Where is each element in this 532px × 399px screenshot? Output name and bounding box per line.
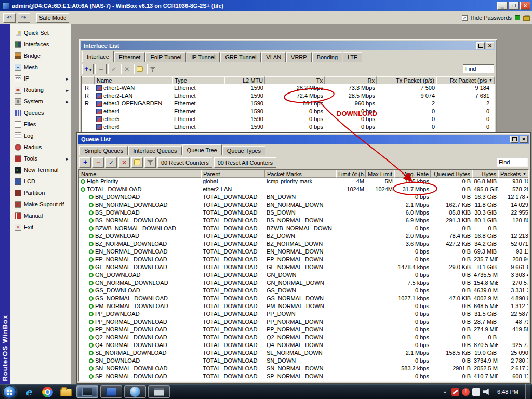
tx-packet-column-header[interactable]: Tx Packet (p/s) (377, 76, 436, 84)
queue-row[interactable]: High-Priority global icmp-priority-mark … (79, 178, 528, 185)
tx-column-header[interactable]: Tx (265, 76, 325, 84)
queue-row[interactable]: SN_DOWNLOAD TOTAL_DOWNLOAD SN_DOWN 0 bps… (79, 357, 528, 365)
rx-column-header[interactable]: Rx (325, 76, 377, 84)
tab-interface[interactable]: Interface (82, 51, 114, 62)
filter-button[interactable] (147, 64, 158, 74)
sidebar-item[interactable]: Make Supout.rif (10, 198, 71, 210)
interface-row[interactable]: R ether3-OPENGARDEN Ethernet 1590 864 bp… (82, 100, 495, 108)
restore-button[interactable] (510, 136, 518, 143)
sidebar-item[interactable]: Quick Set (10, 27, 71, 38)
reset-all-counters-button[interactable]: 00 Reset All Counters (214, 157, 276, 168)
column-selector-button[interactable] (487, 76, 495, 84)
queue-row[interactable]: EN_NORMAL_DOWNLOAD TOTAL_DOWNLOAD EN_NOR… (79, 248, 528, 256)
name-column-header[interactable]: Name (95, 76, 172, 84)
safe-mode-button[interactable]: Safe Mode (36, 13, 69, 23)
sidebar-item[interactable]: LCD (10, 176, 71, 187)
taskbar-app-button[interactable] (100, 385, 122, 398)
taskbar-app-button[interactable] (148, 385, 170, 398)
queue-row[interactable]: PM_NORMAL_DOWNLOAD TOTAL_DOWNLOAD PM_NOR… (79, 302, 528, 310)
queue-row[interactable]: Q2_NORMAL_DOWNLOAD TOTAL_DOWNLOAD Q2_NOR… (79, 334, 528, 341)
sidebar-item[interactable]: Log (10, 130, 71, 141)
packet-marks-column-header[interactable]: Packet Marks (265, 170, 336, 178)
restore-button[interactable] (476, 42, 485, 49)
main-titlebar[interactable]: admin@D4:CA:6D:E1:A0:6A (NAS-7) - WinBox… (0, 0, 532, 11)
tray-icon[interactable] (441, 388, 449, 396)
queue-row[interactable]: TOTAL_DOWNLOAD ether2-LAN 1024M 1024M 31… (79, 185, 528, 193)
queue-row[interactable]: GN_NORMAL_DOWNLOAD TOTAL_DOWNLOAD GN_NOR… (79, 279, 528, 287)
find-input[interactable]: Find (497, 158, 528, 167)
tab-vrrp[interactable]: VRRP (286, 52, 312, 62)
rx-packet-column-header[interactable]: Rx Packet (p/s) (436, 76, 491, 84)
name-column-header[interactable]: Name (79, 170, 201, 178)
sidebar-item[interactable]: System (10, 96, 71, 107)
sidebar-item[interactable]: Radius (10, 141, 71, 153)
tab-ip-tunnel[interactable]: IP Tunnel (187, 52, 220, 62)
sidebar-item[interactable]: Exit (10, 221, 71, 233)
sidebar-item[interactable]: Manual (10, 210, 71, 221)
comment-button[interactable] (134, 64, 145, 74)
filter-button[interactable] (144, 157, 156, 168)
add-button[interactable] (79, 157, 91, 168)
remove-button[interactable] (92, 157, 104, 168)
queue-row[interactable]: BN_DOWNLOAD TOTAL_DOWNLOAD BN_DOWN 0 bps… (79, 193, 528, 201)
parent-column-header[interactable]: Parent (201, 170, 265, 178)
queue-row[interactable]: BS_NORMAL_DOWNLOAD TOTAL_DOWNLOAD BS_NOR… (79, 217, 528, 224)
maximize-button[interactable]: ❒ (509, 2, 519, 10)
sidebar-item[interactable]: Files (10, 118, 71, 130)
queue-row[interactable]: EP_NORMAL_DOWNLOAD TOTAL_DOWNLOAD EP_NOR… (79, 256, 528, 263)
redo-button[interactable] (18, 13, 30, 23)
queue-row[interactable]: BZ_NORMAL_DOWNLOAD TOTAL_DOWNLOAD BZ_NOR… (79, 240, 528, 248)
tab-bonding[interactable]: Bonding (312, 52, 342, 62)
tray-icon[interactable] (462, 388, 470, 396)
remove-button[interactable] (95, 64, 107, 74)
queue-row[interactable]: GL_NORMAL_DOWNLOAD TOTAL_DOWNLOAD GL_NOR… (79, 263, 528, 271)
disable-button[interactable] (121, 64, 132, 74)
interface-window-titlebar[interactable]: Interface List (81, 41, 495, 50)
sidebar-item[interactable]: New Terminal (10, 164, 71, 176)
tab-vlan[interactable]: VLAN (261, 52, 286, 62)
queue-row[interactable]: GS_DOWNLOAD TOTAL_DOWNLOAD GS_DOWN 0 bps… (79, 287, 528, 295)
sidebar-item[interactable]: Partition (10, 187, 71, 198)
tab-queue-types[interactable]: Queue Types (222, 146, 265, 155)
bytes-column-header[interactable]: Bytes (472, 170, 498, 178)
tab-queue-tree[interactable]: Queue Tree (182, 144, 222, 155)
queue-row[interactable]: SN_NORMAL_DOWNLOAD TOTAL_DOWNLOAD SN_NOR… (79, 365, 528, 373)
queue-row[interactable]: PP_NORMAL_DOWNLOAD TOTAL_DOWNLOAD PP_NOR… (79, 326, 528, 334)
queue-row[interactable]: BN_NORMAL_DOWNLOAD TOTAL_DOWNLOAD BN_NOR… (79, 201, 528, 209)
tab-interface-queues[interactable]: Interface Queues (128, 146, 181, 155)
tray-icon[interactable] (451, 388, 459, 396)
tab-simple-queues[interactable]: Simple Queues (79, 146, 128, 155)
sidebar-item[interactable]: Routing (10, 84, 71, 96)
l2mtu-column-header[interactable]: L2 MTU (224, 76, 265, 84)
avg-rate-column-header[interactable]: Avg. Rate (394, 170, 431, 178)
add-button[interactable] (82, 64, 94, 74)
tray-icon[interactable] (483, 388, 490, 396)
max-limit-column-header[interactable]: Max Limit (... (366, 170, 394, 178)
taskbar-pinned-icon[interactable] (38, 385, 57, 398)
queue-row[interactable]: GS_NORMAL_DOWNLOAD TOTAL_DOWNLOAD GS_NOR… (79, 295, 528, 302)
interface-row[interactable]: ether4 Ethernet 1590 0 bps 0 bps 0 0 (82, 108, 495, 115)
queued-bytes-column-header[interactable]: Queued Bytes (431, 170, 472, 178)
reset-counters-button[interactable]: 00 Reset Counters (157, 157, 212, 168)
tab-lte[interactable]: LTE (343, 52, 362, 62)
interface-row[interactable]: R ether1-WAN Ethernet 1590 28.2 Mbps 73.… (82, 84, 495, 92)
tab-gre-tunnel[interactable]: GRE Tunnel (220, 52, 261, 62)
sidebar-item[interactable]: IP (10, 73, 71, 84)
close-icon[interactable] (520, 136, 528, 143)
close-icon[interactable] (486, 42, 494, 49)
taskbar-app-button[interactable] (76, 385, 98, 398)
queue-row[interactable]: SL_NORMAL_DOWNLOAD TOTAL_DOWNLOAD SL_NOR… (79, 349, 528, 357)
undo-button[interactable] (3, 13, 16, 23)
flag-column-header[interactable] (82, 76, 95, 84)
queue-row[interactable]: BS_DOWNLOAD TOTAL_DOWNLOAD BS_DOWN 6.0 M… (79, 209, 528, 217)
sidebar-item[interactable]: Interfaces (10, 38, 71, 50)
tray-icon[interactable] (472, 388, 480, 396)
close-button[interactable]: ✕ (520, 2, 530, 10)
taskbar-pinned-icon[interactable] (19, 385, 38, 398)
disable-button[interactable] (118, 157, 130, 168)
interface-row[interactable]: ether6 Ethernet 1590 0 bps 0 bps 0 0 (82, 123, 495, 131)
interface-row[interactable]: R ether2-LAN Ethernet 1590 72.4 Mbps 28.… (82, 92, 495, 100)
queue-row[interactable]: GN_DOWNLOAD TOTAL_DOWNLOAD GN_DOWN 0 bps… (79, 271, 528, 279)
queue-row[interactable]: Q4_NORMAL_DOWNLOAD TOTAL_DOWNLOAD Q4_NOR… (79, 341, 528, 349)
sidebar-item[interactable]: Tools (10, 153, 71, 164)
